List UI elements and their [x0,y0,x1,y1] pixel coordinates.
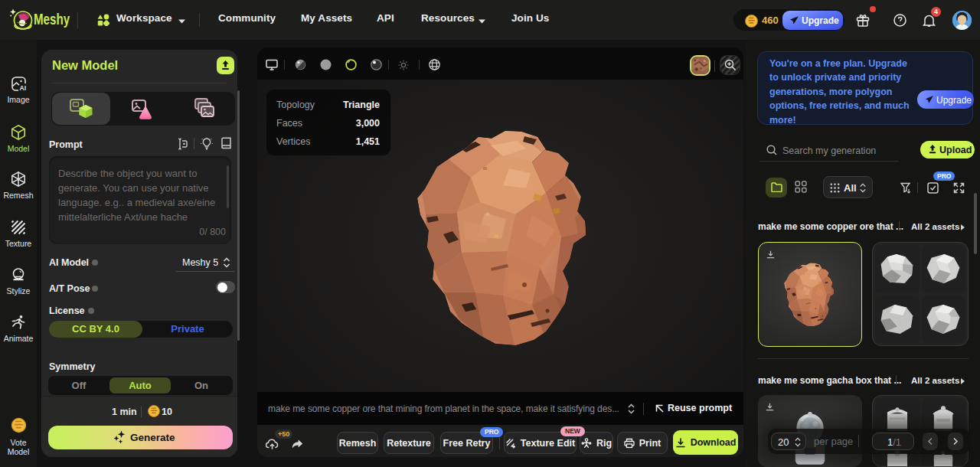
svg-text:AI: AI [19,84,26,92]
